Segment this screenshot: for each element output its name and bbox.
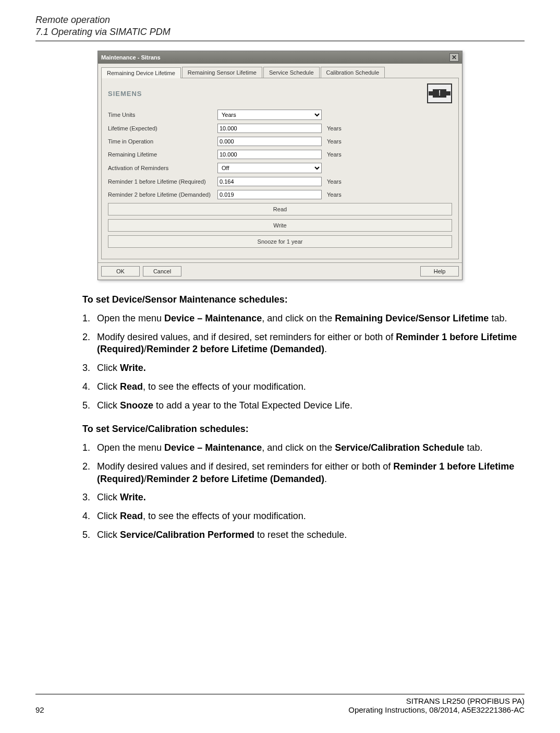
header-rule [35, 41, 525, 41]
cancel-button[interactable]: Cancel [143, 266, 181, 277]
dialog-tabpane: SIEMENS ! Time Units Years Lifetime (Exp… [101, 78, 459, 259]
tab-remaining-sensor-lifetime[interactable]: Remaining Sensor Lifetime [182, 67, 262, 78]
dialog-title: Maintenance - Sitrans [101, 54, 161, 61]
unit-reminder2: Years [327, 191, 342, 198]
label-activation-reminders: Activation of Reminders [108, 165, 217, 171]
label-reminder1: Reminder 1 before Lifetime (Required) [108, 178, 217, 185]
label-time-units: Time Units [108, 112, 217, 118]
input-remaining-lifetime[interactable] [217, 150, 322, 159]
section2-step2: Modify desired values and if desired, se… [82, 461, 525, 486]
label-lifetime-expected: Lifetime (Expected) [108, 125, 217, 131]
snooze-button[interactable]: Snooze for 1 year [108, 235, 452, 248]
dialog-button-bar: OK Cancel Help [98, 262, 462, 280]
unit-lifetime-expected: Years [327, 125, 342, 131]
section2-step1: Open the menu Device – Maintenance, and … [82, 442, 525, 454]
section1-title: To set Device/Sensor Maintenance schedul… [82, 294, 525, 306]
brand-logo: SIEMENS [108, 90, 142, 98]
dialog-tabs: Remaining Device Lifetime Remaining Sens… [98, 64, 462, 78]
unit-reminder1: Years [327, 178, 342, 185]
select-activation-reminders[interactable]: Off [217, 163, 322, 173]
select-time-units[interactable]: Years [217, 110, 322, 120]
write-button[interactable]: Write [108, 219, 452, 232]
section2-step3: Click Write. [82, 491, 525, 504]
section1-step2: Modify desired values, and if desired, s… [82, 331, 525, 356]
input-reminder2[interactable] [217, 190, 322, 199]
section-device-sensor: To set Device/Sensor Maintenance schedul… [82, 294, 525, 542]
footer-line1: SITRANS LR250 (PROFIBUS PA) [35, 696, 525, 705]
section1-step3: Click Write. [82, 362, 525, 375]
section2-title: To set Service/Calibration schedules: [82, 423, 525, 436]
footer-line2: Operating Instructions, 08/2014, A5E3222… [348, 705, 525, 714]
tab-service-schedule[interactable]: Service Schedule [263, 67, 320, 78]
label-reminder2: Reminder 2 before Lifetime (Demanded) [108, 191, 217, 198]
read-button[interactable]: Read [108, 203, 452, 215]
label-time-in-operation: Time in Operation [108, 138, 217, 145]
close-icon[interactable]: ✕ [449, 53, 459, 62]
help-button[interactable]: Help [420, 266, 459, 277]
section1-step1: Open the menu Device – Maintenance, and … [82, 313, 525, 325]
section1-step4: Click Read, to see the effects of your m… [82, 381, 525, 393]
input-reminder1[interactable] [217, 177, 322, 186]
footer-page-number: 92 [35, 705, 44, 714]
page-footer: SITRANS LR250 (PROFIBUS PA) 92 Operating… [35, 694, 525, 714]
maintenance-dialog: Maintenance - Sitrans ✕ Remaining Device… [98, 51, 462, 280]
label-remaining-lifetime: Remaining Lifetime [108, 151, 217, 158]
tab-calibration-schedule[interactable]: Calibration Schedule [321, 67, 385, 78]
page-header-subtitle: 7.1 Operating via SIMATIC PDM [35, 27, 525, 38]
input-time-in-operation[interactable] [217, 137, 322, 146]
unit-time-in-operation: Years [327, 138, 342, 145]
unit-remaining-lifetime: Years [327, 151, 342, 158]
input-lifetime-expected[interactable] [217, 124, 322, 133]
tab-remaining-device-lifetime[interactable]: Remaining Device Lifetime [101, 67, 181, 78]
ok-button[interactable]: OK [101, 266, 140, 277]
dialog-titlebar: Maintenance - Sitrans ✕ [98, 51, 462, 64]
section1-step5: Click Snooze to add a year to the Total … [82, 400, 525, 412]
section2-step4: Click Read, to see the effects of your m… [82, 510, 525, 523]
section2-step5: Click Service/Calibration Performed to r… [82, 529, 525, 542]
alert-icon: ! [427, 83, 452, 103]
page-header-title: Remote operation [35, 15, 525, 26]
